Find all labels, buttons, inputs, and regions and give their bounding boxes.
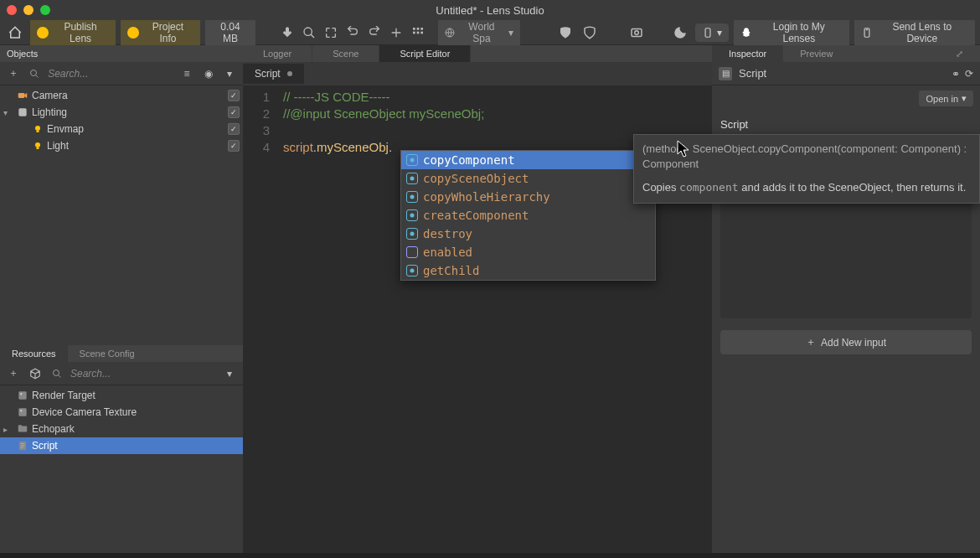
mask-back-icon[interactable] (580, 23, 601, 43)
objects-search-input[interactable] (48, 68, 173, 80)
visibility-checkbox[interactable] (228, 123, 240, 135)
autocomplete-label: destroy (423, 225, 472, 242)
filter-icon[interactable]: ▾ (221, 65, 238, 82)
send-label: Send Lens to Device (876, 21, 968, 44)
add-resource-button[interactable]: ＋ (5, 365, 22, 382)
svg-rect-3 (421, 28, 424, 30)
visibility-icon[interactable]: ◉ (200, 65, 217, 82)
resources-toolbar: ＋ ▾ (0, 362, 243, 385)
filter-icon[interactable]: ▾ (221, 365, 238, 382)
lighting-icon (17, 106, 28, 118)
import-icon[interactable] (27, 365, 44, 382)
tree-item-label: Camera (32, 90, 224, 101)
tree-row[interactable]: ▾Lighting (0, 104, 243, 121)
tree-row[interactable]: ▸Echopark (0, 421, 243, 437)
script-editor-tab[interactable]: Script Editor (379, 45, 471, 62)
tooltip-description: Copies component and adds it to the Scen… (642, 180, 971, 195)
preview-tab[interactable]: Preview (783, 45, 849, 62)
autocomplete-item[interactable]: enabled (401, 243, 655, 261)
svg-rect-18 (37, 147, 39, 149)
project-info-button[interactable]: Project Info (121, 18, 199, 48)
login-label: Login to My Lenses (756, 21, 843, 44)
redo-icon[interactable] (364, 23, 384, 43)
logger-tab[interactable]: Logger (243, 45, 312, 62)
svg-rect-22 (18, 408, 26, 416)
svg-rect-4 (413, 31, 415, 34)
autocomplete-item[interactable]: getChild (401, 261, 655, 280)
project-info-label: Project Info (142, 21, 193, 44)
resize-icon[interactable] (386, 23, 406, 43)
tree-row[interactable]: Device Camera Texture (0, 404, 243, 421)
device-icon (702, 27, 714, 39)
svg-rect-13 (18, 93, 25, 98)
tree-row[interactable]: Script (0, 437, 243, 454)
objects-toolbar: ＋ ≡ ◉ ▾ (0, 62, 243, 85)
undo-icon[interactable] (343, 23, 363, 43)
method-icon (406, 154, 418, 166)
open-in-dropdown[interactable]: Open in ▾ (919, 90, 973, 106)
grid-icon[interactable] (408, 23, 428, 43)
method-icon (406, 173, 418, 184)
inspector-tab[interactable]: Inspector (712, 45, 783, 62)
mask-front-icon[interactable] (555, 23, 575, 43)
magnify-tool-icon[interactable] (299, 23, 319, 43)
world-space-dropdown[interactable]: World Spa ▾ (438, 18, 520, 48)
objects-panel-header: Objects (0, 45, 243, 62)
device-dropdown[interactable]: ▾ (695, 23, 729, 42)
send-lens-button[interactable]: Send Lens to Device (854, 18, 975, 48)
traffic-lights (7, 5, 50, 15)
capture-icon[interactable] (627, 23, 647, 43)
autocomplete-item[interactable]: copySceneObject (401, 169, 655, 188)
tree-row[interactable]: Light (0, 137, 243, 154)
resources-search-input[interactable] (70, 368, 216, 380)
tree-item-label: Device Camera Texture (32, 406, 240, 418)
login-button[interactable]: Login to My Lenses (734, 18, 849, 48)
window-title: Untitled* - Lens Studio (436, 4, 544, 17)
search-icon (49, 365, 65, 382)
svg-rect-20 (18, 391, 26, 399)
visibility-checkbox[interactable] (228, 106, 240, 118)
tree-row[interactable]: Envmap (0, 121, 243, 137)
link-icon[interactable]: ⚭ (952, 68, 960, 80)
autocomplete-label: enabled (423, 244, 472, 261)
add-new-input-button[interactable]: ＋ Add New input (720, 330, 972, 354)
file-size-button[interactable]: 0.04 MB (205, 18, 256, 48)
maximize-window-button[interactable] (40, 5, 50, 15)
visibility-checkbox[interactable] (228, 140, 240, 152)
autocomplete-item[interactable]: copyWholeHierarchy (401, 188, 655, 206)
pan-tool-icon[interactable] (277, 23, 297, 43)
tree-row[interactable]: Camera (0, 87, 243, 104)
publish-lens-button[interactable]: Publish Lens (30, 18, 116, 48)
collapse-icon[interactable]: ⤢ (939, 45, 980, 62)
right-panel-tabs: Inspector Preview ⤢ (712, 45, 980, 62)
autocomplete-label: copyWholeHierarchy (423, 189, 550, 205)
chevron-icon[interactable]: ▾ (3, 108, 13, 117)
scene-tab[interactable]: Scene (312, 45, 379, 62)
autocomplete-item[interactable]: copyComponent (401, 151, 655, 169)
render-icon (17, 406, 28, 418)
theme-icon[interactable] (670, 23, 690, 43)
minimize-window-button[interactable] (23, 5, 34, 15)
tree-row[interactable]: Render Target (0, 387, 243, 404)
chevron-down-icon: ▾ (717, 27, 722, 39)
refresh-icon[interactable]: ⟳ (965, 68, 973, 80)
autocomplete-item[interactable]: createComponent (401, 206, 655, 225)
add-object-button[interactable]: ＋ (5, 65, 22, 82)
add-new-input-label: Add New input (821, 337, 886, 349)
fullscreen-icon[interactable] (321, 23, 341, 43)
visibility-checkbox[interactable] (228, 90, 240, 101)
list-view-icon[interactable]: ≡ (178, 65, 195, 82)
svg-point-0 (304, 28, 312, 35)
info-icon (127, 27, 139, 39)
home-button[interactable] (5, 23, 25, 43)
globe-icon (445, 28, 455, 38)
autocomplete-item[interactable]: destroy (401, 225, 655, 243)
scene-config-tab[interactable]: Scene Config (68, 345, 147, 362)
autocomplete-popup[interactable]: copyComponentcopySceneObjectcopyWholeHie… (400, 150, 656, 281)
close-window-button[interactable] (7, 5, 17, 15)
chevron-icon[interactable]: ▸ (3, 425, 13, 434)
script-file-tab[interactable]: Script (243, 64, 304, 84)
autocomplete-label: copySceneObject (423, 170, 529, 187)
resources-tab[interactable]: Resources (0, 345, 68, 362)
snapchat-icon (740, 27, 752, 39)
